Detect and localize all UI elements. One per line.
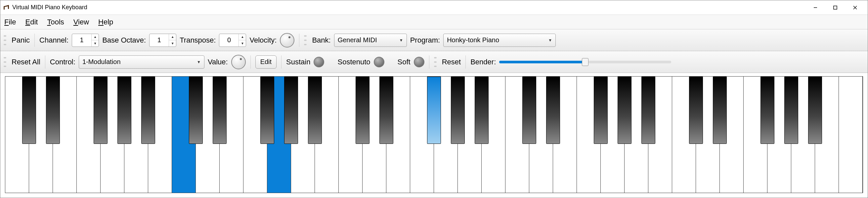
black-key[interactable] (808, 77, 822, 144)
bank-value: General MIDI (338, 36, 377, 44)
soft-label: Soft (398, 58, 410, 66)
maximize-button[interactable] (825, 0, 845, 14)
black-key[interactable] (594, 77, 608, 144)
black-key[interactable] (308, 77, 322, 144)
menubar: File Edit Tools View Help (0, 15, 868, 29)
piano-keyboard (0, 73, 868, 198)
reset-all-button[interactable]: Reset All (11, 58, 40, 66)
black-key[interactable] (475, 77, 489, 144)
black-key[interactable] (355, 77, 370, 144)
velocity-label: Velocity: (249, 36, 277, 45)
black-key[interactable] (46, 77, 60, 144)
black-key[interactable] (213, 77, 226, 144)
spin-down-icon[interactable]: ▼ (239, 40, 246, 46)
app-piano-icon (3, 4, 9, 11)
menu-view[interactable]: View (73, 18, 89, 27)
minimize-button[interactable] (805, 0, 825, 14)
black-key[interactable] (642, 77, 655, 144)
bank-label: Bank: (312, 36, 331, 45)
black-key[interactable] (618, 77, 631, 144)
program-combo[interactable]: Honky-tonk Piano ▼ (443, 34, 556, 47)
black-key[interactable] (427, 77, 441, 144)
svg-rect-1 (834, 6, 837, 9)
transpose-label: Transpose: (180, 36, 216, 45)
base-octave-label: Base Octave: (102, 36, 146, 45)
program-value: Honky-tonk Piano (447, 36, 499, 44)
transpose-spinbox[interactable]: 0 ▲▼ (219, 34, 246, 47)
black-key[interactable] (284, 77, 298, 144)
program-label: Program: (410, 36, 440, 45)
spin-up-icon[interactable]: ▲ (92, 34, 99, 41)
app-window: Virtual MIDI Piano Keyboard File Edit To… (0, 0, 868, 198)
panic-button[interactable]: Panic (11, 36, 30, 45)
spin-down-icon[interactable]: ▼ (92, 40, 99, 46)
close-button[interactable] (845, 0, 865, 14)
titlebar: Virtual MIDI Piano Keyboard (0, 0, 868, 15)
channel-label: Channel: (39, 36, 68, 45)
menu-tools[interactable]: Tools (47, 18, 64, 27)
separator (429, 55, 429, 69)
separator (250, 55, 251, 69)
toolbar-grip-icon (4, 57, 6, 67)
black-key[interactable] (451, 77, 465, 144)
black-key[interactable] (141, 77, 155, 144)
sustain-label: Sustain (286, 58, 310, 66)
sostenuto-label: Sostenuto (337, 58, 370, 66)
white-key[interactable] (839, 77, 863, 193)
separator (34, 34, 35, 47)
menu-edit[interactable]: Edit (25, 18, 38, 27)
black-key[interactable] (94, 77, 107, 144)
toolbar-controllers: Reset All Control: 1-Modulation ▼ Value:… (0, 51, 868, 73)
control-combo[interactable]: 1-Modulation ▼ (79, 55, 205, 69)
black-key[interactable] (713, 77, 727, 144)
black-key[interactable] (22, 77, 36, 144)
slider-thumb[interactable] (582, 58, 588, 66)
toolbar-main: Panic Channel: 1 ▲▼ Base Octave: 1 ▲▼ Tr… (0, 29, 868, 51)
black-key[interactable] (118, 77, 131, 144)
black-key[interactable] (784, 77, 798, 144)
velocity-knob[interactable] (280, 33, 294, 47)
sostenuto-indicator[interactable] (374, 57, 384, 67)
chevron-down-icon: ▼ (197, 60, 201, 64)
separator (465, 55, 466, 69)
black-key[interactable] (761, 77, 774, 144)
value-knob[interactable] (231, 55, 246, 69)
channel-value: 1 (72, 34, 91, 46)
sustain-indicator[interactable] (314, 57, 324, 67)
transpose-value: 0 (219, 34, 239, 46)
black-key[interactable] (689, 77, 703, 144)
control-value: 1-Modulation (82, 58, 121, 66)
bender-slider[interactable] (499, 59, 671, 65)
black-key[interactable] (522, 77, 536, 144)
toolbar-grip-icon (434, 57, 437, 67)
control-label: Control: (50, 58, 75, 66)
menu-help[interactable]: Help (98, 18, 113, 27)
soft-indicator[interactable] (414, 57, 425, 67)
toolbar-grip-icon (4, 35, 6, 45)
separator (299, 34, 299, 47)
black-key[interactable] (260, 77, 274, 144)
value-label: Value: (208, 58, 228, 66)
base-octave-value: 1 (150, 34, 169, 46)
black-key[interactable] (546, 77, 560, 144)
base-octave-spinbox[interactable]: 1 ▲▼ (149, 34, 176, 47)
channel-spinbox[interactable]: 1 ▲▼ (72, 34, 99, 47)
window-title: Virtual MIDI Piano Keyboard (12, 4, 805, 11)
spin-up-icon[interactable]: ▲ (169, 34, 176, 41)
edit-button[interactable]: Edit (255, 55, 277, 69)
reset-button[interactable]: Reset (442, 58, 461, 66)
spin-down-icon[interactable]: ▼ (169, 40, 176, 46)
black-key[interactable] (189, 77, 203, 144)
chevron-down-icon: ▼ (399, 38, 403, 43)
bank-combo[interactable]: General MIDI ▼ (334, 34, 407, 47)
toolbar-grip-icon (304, 35, 307, 45)
spin-up-icon[interactable]: ▲ (239, 34, 246, 41)
bender-label: Bender: (470, 58, 496, 66)
chevron-down-icon: ▼ (548, 38, 552, 43)
menu-file[interactable]: File (4, 18, 16, 27)
separator (281, 55, 281, 69)
black-key[interactable] (379, 77, 393, 144)
